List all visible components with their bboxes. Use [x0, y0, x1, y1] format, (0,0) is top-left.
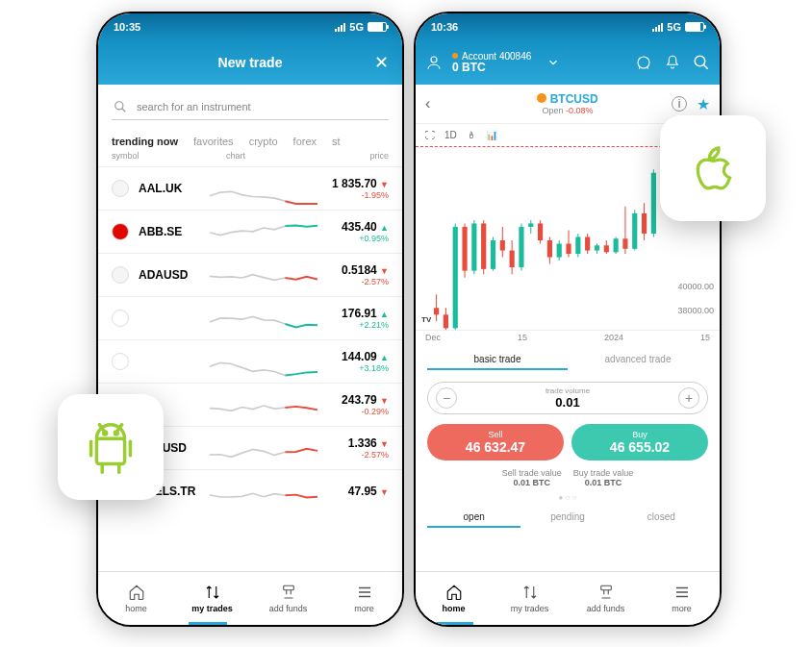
addfunds-icon [596, 584, 616, 601]
sparkline [210, 263, 317, 286]
svg-rect-29 [519, 227, 523, 267]
svg-rect-19 [471, 223, 476, 270]
trade-volume: − trade volume 0.01 + [427, 382, 708, 414]
svg-point-8 [695, 56, 705, 66]
info-icon[interactable]: i [672, 96, 687, 112]
price-value: 243.79 ▼ [327, 393, 389, 407]
symbol-icon [112, 310, 129, 327]
volume-value[interactable]: 0.01 [457, 395, 678, 410]
list-item[interactable]: 144.09 ▲+3.18% [98, 339, 402, 383]
tv-logo: TV [421, 315, 431, 324]
tab-forex[interactable]: forex [293, 136, 317, 147]
trades-icon [203, 584, 222, 601]
svg-rect-39 [566, 244, 571, 255]
column-headers: symbol chart price [98, 149, 402, 166]
svg-rect-13 [444, 314, 448, 328]
bottom-nav: home my trades add funds more [416, 571, 720, 625]
more-icon [672, 584, 692, 601]
nav-mytrades[interactable]: my trades [174, 572, 250, 625]
price-value: 435.40 ▲ [327, 220, 389, 234]
svg-point-0 [115, 102, 123, 110]
price-value: 176.91 ▲ [327, 307, 389, 320]
nav-more[interactable]: more [326, 572, 402, 625]
svg-line-1 [122, 109, 126, 112]
sparkline [210, 177, 317, 200]
price-value: 1.336 ▼ [327, 436, 389, 450]
close-icon[interactable]: ✕ [374, 52, 389, 73]
list-item[interactable]: ABB.SE 435.40 ▲+0.95% [98, 210, 402, 253]
svg-rect-23 [491, 240, 495, 269]
bell-icon[interactable] [664, 54, 681, 71]
support-icon[interactable] [635, 54, 652, 71]
nav-more[interactable]: more [644, 572, 720, 625]
phone-chart: 10:36 5G Account 400846 0 BTC ‹ BTCUSD O… [414, 12, 722, 627]
network-label: 5G [349, 21, 364, 33]
tab-more[interactable]: st [332, 136, 341, 147]
apple-icon [682, 137, 745, 200]
symbol-icon [112, 353, 129, 370]
search-icon[interactable] [693, 54, 710, 71]
tab-crypto[interactable]: crypto [249, 136, 278, 147]
pct-change: -1.95% [327, 190, 389, 200]
bottom-nav: home my trades add funds more [98, 571, 402, 625]
indicators-icon[interactable]: 📊 [486, 130, 497, 140]
price-value: 1 835.70 ▼ [327, 177, 389, 190]
y-tick: 38000.00 [677, 306, 714, 315]
sparkline [210, 350, 317, 373]
list-item[interactable]: AAL.UK 1 835.70 ▼-1.95% [98, 166, 402, 210]
trade-mode-tabs: basic trade advanced trade [416, 344, 720, 376]
trades-icon [520, 584, 540, 601]
nav-addfunds[interactable]: add funds [250, 572, 326, 625]
user-icon[interactable] [425, 54, 443, 71]
tab-advanced[interactable]: advanced trade [568, 350, 708, 370]
svg-point-6 [431, 57, 437, 62]
search-placeholder: search for an instrument [137, 101, 251, 112]
volume-plus[interactable]: + [678, 387, 699, 409]
nav-addfunds[interactable]: add funds [568, 572, 644, 625]
sell-button[interactable]: Sell 46 632.47 [427, 424, 564, 460]
status-bar: 10:36 5G [416, 13, 720, 40]
home-icon [127, 584, 146, 601]
tab-favorites[interactable]: favorites [193, 136, 234, 147]
symbol-label: ADAUSD [139, 268, 200, 282]
open-status: Open -0.08% [537, 106, 597, 115]
page-title: New trade [218, 55, 283, 70]
star-icon[interactable]: ★ [697, 95, 710, 113]
svg-rect-55 [642, 213, 647, 234]
pager-dots: ● ○ ○ [416, 491, 720, 504]
svg-point-75 [104, 432, 107, 435]
svg-rect-47 [604, 245, 609, 252]
pct-change: -2.57% [327, 277, 389, 286]
list-item[interactable]: 176.91 ▲+2.21% [98, 296, 402, 339]
timeframe-selector[interactable]: 1D [444, 130, 457, 140]
buy-button[interactable]: Buy 46 655.02 [571, 424, 708, 460]
price-value: 144.09 ▲ [327, 350, 389, 363]
positions-tabs: open pending closed [416, 504, 720, 532]
nav-home[interactable]: home [416, 572, 492, 625]
volume-minus[interactable]: − [436, 387, 457, 409]
svg-line-9 [703, 64, 708, 69]
svg-rect-41 [575, 236, 580, 254]
chevron-down-icon[interactable] [546, 56, 560, 69]
tab-trending[interactable]: trending now [112, 136, 178, 147]
account-selector[interactable]: Account 400846 0 BTC [452, 51, 531, 74]
tab-basic[interactable]: basic trade [427, 350, 568, 370]
search-icon [114, 100, 127, 113]
nav-mytrades[interactable]: my trades [492, 572, 568, 625]
nav-home[interactable]: home [98, 572, 174, 625]
more-icon [355, 584, 374, 601]
search-input[interactable]: search for an instrument [112, 94, 389, 120]
tab-open[interactable]: open [427, 508, 520, 528]
price-value: 47.95 ▼ [327, 485, 389, 498]
fullscreen-icon[interactable]: ⛶ [425, 130, 435, 140]
svg-rect-35 [547, 240, 552, 258]
pct-change: +0.95% [327, 234, 389, 243]
tab-pending[interactable]: pending [520, 508, 614, 528]
candlestick-icon[interactable]: 🕯 [467, 130, 476, 140]
back-icon[interactable]: ‹ [425, 95, 430, 112]
tab-closed[interactable]: closed [615, 508, 708, 528]
symbol-icon [112, 266, 129, 284]
pct-change: +3.18% [327, 363, 389, 373]
list-item[interactable]: ADAUSD 0.5184 ▼-2.57% [98, 253, 402, 296]
sparkline [210, 307, 317, 330]
